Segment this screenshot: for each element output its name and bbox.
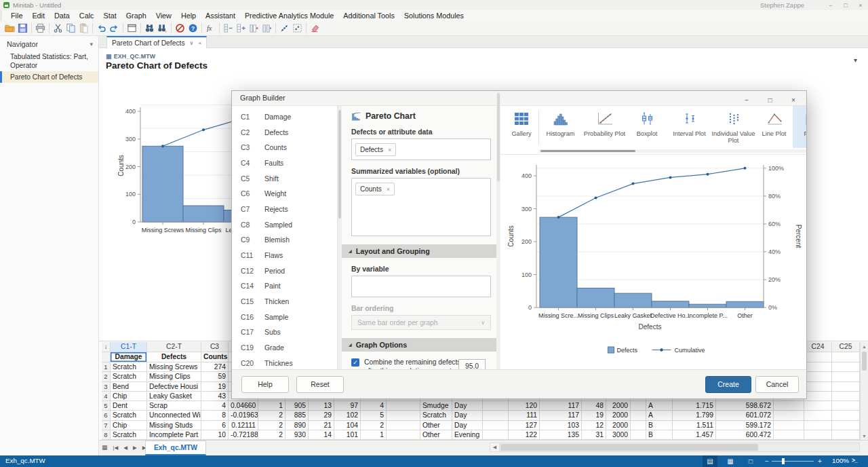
worksheet-cell[interactable]: 31 [582,430,606,440]
worksheet-cell[interactable]: 2 [258,421,285,430]
restore-icon[interactable]: □ [838,2,853,9]
scroll-left-icon[interactable]: ◀ [490,443,500,451]
summarized-field[interactable]: Counts × [351,178,491,236]
worksheet-cell[interactable] [631,411,646,420]
worksheet-cell[interactable]: 274 [201,362,229,372]
worksheet-cell[interactable]: 905 [285,401,309,411]
worksheet-cell[interactable]: 2000 [606,401,631,411]
worksheet-cell[interactable]: 930 [285,430,309,440]
dialog-title-bar[interactable]: Graph Builder − □ × [232,91,806,106]
worksheet-cell[interactable] [387,411,420,420]
worksheet-cell[interactable]: Defective Housi [147,382,201,392]
remove-chip-icon[interactable]: × [387,186,390,193]
dialog-column-item-c16[interactable]: C16Sample [232,310,337,325]
copy-icon[interactable] [64,22,77,35]
worksheet-cell[interactable]: Incomplete Part [147,430,201,440]
worksheet-cell[interactable]: Missing Clips [147,372,201,381]
worksheet-cell[interactable]: Leaky Gasket [147,392,201,401]
output-options-icon[interactable]: ▾ [854,56,857,64]
navigator-item-tabulated-statistics-part-oper[interactable]: Tabulated Statistics: Part, Operator [0,51,98,71]
redo-icon[interactable] [108,22,121,35]
gallery-item-line-plot[interactable]: Line Plot [755,106,793,148]
worksheet-cell[interactable] [483,421,509,430]
worksheet-cell[interactable]: 12 [582,421,606,430]
column-name-cell[interactable]: Defects [147,352,201,362]
column-name-cell[interactable] [804,352,832,362]
worksheet-cell[interactable]: Day [452,421,483,430]
menu-view[interactable]: View [151,10,176,21]
erase-icon[interactable] [309,22,321,35]
find-icon[interactable] [143,22,156,35]
worksheet-cell[interactable]: Scratch [111,372,147,381]
worksheet-cell[interactable] [804,372,832,381]
gallery-item-pareto[interactable]: Pareto [793,106,806,148]
gallery-item-probability-plot[interactable]: Probability Plot [583,106,627,148]
dialog-maximize-icon[interactable]: □ [760,96,781,104]
worksheet-cell[interactable]: 19 [582,411,606,420]
column-name-cell[interactable] [832,352,860,362]
worksheet-cell[interactable]: 1.457 [673,430,716,440]
gallery-item-histogram[interactable]: Histogram [538,106,583,148]
navigator-header[interactable]: Navigator ▾ [0,37,98,51]
worksheet-cell[interactable]: B [646,430,673,440]
formula-icon[interactable]: fx [204,22,217,35]
vertical-scrollbar[interactable]: ▲ ▼ [860,342,868,440]
menu-data[interactable]: Data [50,10,75,21]
insert-rows-icon[interactable] [235,22,248,35]
cut-icon[interactable] [52,22,64,35]
worksheet-cell[interactable]: 101 [334,430,361,440]
minimize-icon[interactable]: − [823,2,838,9]
worksheet-cell[interactable]: 0.04660 [229,401,258,411]
worksheet-cell[interactable] [774,430,804,440]
worksheet-cell[interactable]: Missing Screws [147,362,201,372]
dialog-column-item-c14[interactable]: C14Paint [232,279,337,295]
worksheet-cell[interactable]: 111 [509,411,540,420]
worksheet-cell[interactable]: 104 [334,421,361,430]
dialog-column-item-c1[interactable]: C1Damage [232,109,337,125]
zoom-slider-thumb[interactable] [782,458,785,464]
dialog-column-item-c8[interactable]: C8Sampled [232,217,337,233]
worksheet-list-icon[interactable]: ▦ [99,441,111,455]
dialog-column-item-c15[interactable]: C15Thicken [232,294,337,310]
dialog-column-item-c3[interactable]: C3Counts [232,140,337,155]
worksheet-cell[interactable]: 29 [309,411,334,420]
column-name-cell[interactable]: Damage [111,352,147,362]
worksheet-cell[interactable] [631,421,646,430]
worksheet-cell[interactable]: Day [452,401,483,411]
menu-assistant[interactable]: Assistant [201,10,240,21]
worksheet-cell[interactable]: A [646,401,673,411]
worksheet-cell[interactable]: 122 [509,430,540,440]
worksheet-cell[interactable]: 117 [540,411,582,420]
stop-command-icon[interactable] [174,22,186,35]
worksheet-cell[interactable] [832,421,860,430]
worksheet-cell[interactable] [804,362,832,372]
worksheet-cell[interactable] [804,401,832,411]
worksheet-cell[interactable] [832,411,860,420]
menu-additional-tools[interactable]: Additional Tools [338,10,399,21]
undo-icon[interactable] [95,22,108,35]
scrollbar-thumb[interactable] [500,444,758,451]
worksheet-cell[interactable]: 120 [509,401,540,411]
save-file-icon[interactable] [16,22,29,35]
worksheet-cell[interactable]: Scratch [111,411,147,420]
worksheet-cell[interactable]: 127 [509,421,540,430]
worksheet-cell[interactable]: Scratch [420,411,452,420]
worksheet-cell[interactable]: 1.715 [673,401,716,411]
worksheet-cell[interactable] [832,382,860,392]
cancel-button[interactable]: Cancel [755,376,799,393]
worksheet-cell[interactable]: Scrap [147,401,201,411]
worksheet-cell[interactable]: 1 [361,430,387,440]
worksheet-cell[interactable]: 102 [334,411,361,420]
select-points-icon[interactable] [291,22,304,35]
worksheet-cell[interactable]: Scratch [111,362,147,372]
worksheet-cell[interactable]: 117 [540,401,582,411]
scrollbar-thumb[interactable] [862,352,867,371]
worksheet-cell[interactable]: Smudge [420,401,452,411]
worksheet-cell[interactable]: B [646,421,673,430]
worksheet-cell[interactable] [483,401,509,411]
worksheet-cell[interactable] [774,421,804,430]
row-number[interactable]: 7 [102,421,111,430]
dialog-column-item-c4[interactable]: C4Faults [232,155,337,171]
help-icon[interactable]: ? [186,22,199,35]
print-icon[interactable] [34,22,47,35]
